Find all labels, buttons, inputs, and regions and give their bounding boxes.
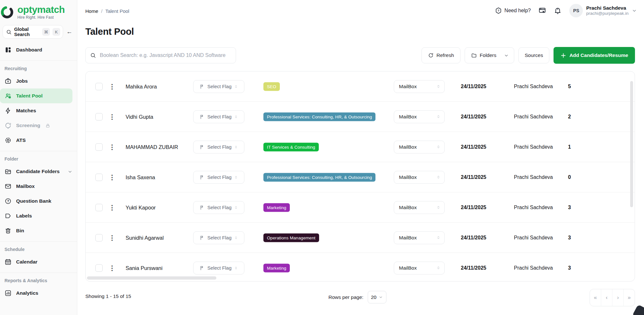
sidebar-item-jobs[interactable]: Jobs (0, 74, 77, 88)
row-checkbox[interactable] (95, 264, 103, 272)
mailbox-select[interactable]: MailBox (394, 262, 445, 274)
sources-label: Sources (525, 52, 543, 58)
folder-icon (5, 168, 12, 175)
boolean-search-input[interactable] (99, 52, 231, 59)
user-name: Prachi Sachdeva (586, 5, 629, 11)
sidebar-collapse-icon[interactable]: ← (66, 28, 74, 35)
analytics-icon (5, 290, 12, 297)
chevron-down-icon (504, 53, 509, 58)
sidebar-item-label: Calendar (16, 259, 37, 265)
added-date: 24/11/2025 (461, 84, 486, 89)
last-page-button[interactable]: » (623, 289, 635, 306)
sidebar-item-ats[interactable]: ATS (0, 133, 77, 148)
breadcrumb-home[interactable]: Home (85, 8, 98, 14)
select-flag-dropdown[interactable]: Select Flag (193, 110, 244, 123)
sidebar-item-label: Dashboard (16, 47, 42, 53)
candidate-name[interactable]: Vidhi Gupta (126, 114, 153, 120)
table-row: ⋮ Sunidhi Agarwal Select Flag Operations… (86, 223, 635, 253)
add-candidates-resume-button[interactable]: Add Candidates/Resume (554, 47, 635, 64)
sidebar-item-matches[interactable]: Matches (0, 103, 77, 118)
owner-name: Prachi Sachdeva (514, 265, 553, 271)
candidate-name[interactable]: Isha Saxena (126, 174, 155, 180)
sidebar-item-question-bank[interactable]: ? Question Bank (0, 194, 77, 208)
row-kebab-menu-icon[interactable]: ⋮ (109, 83, 115, 90)
product-tour-window-icon[interactable] (538, 7, 546, 14)
rows-per-page-select[interactable]: 20 (368, 291, 386, 303)
first-page-button[interactable]: « (590, 289, 601, 306)
folders-dropdown-button[interactable]: Folders (465, 47, 514, 63)
mailbox-select[interactable]: MailBox (394, 80, 445, 93)
sidebar-item-dashboard[interactable]: Dashboard (0, 42, 77, 57)
sidebar-item-analytics[interactable]: Analytics (0, 286, 77, 301)
sidebar-item-label: Jobs (16, 78, 28, 84)
mailbox-select[interactable]: MailBox (394, 171, 445, 184)
refresh-button[interactable]: Refresh (421, 47, 460, 63)
row-kebab-menu-icon[interactable]: ⋮ (109, 144, 115, 150)
need-help-button[interactable]: ? Need help? (495, 7, 531, 14)
sidebar-item-talent-pool[interactable]: Talent Pool (0, 88, 72, 103)
owner-name: Prachi Sachdeva (514, 84, 553, 89)
next-page-button[interactable]: › (612, 289, 623, 306)
added-date: 24/11/2025 (461, 114, 486, 120)
previous-page-button[interactable]: ‹ (601, 289, 612, 306)
brand-name: optymatch (17, 5, 65, 14)
row-checkbox[interactable] (95, 204, 103, 211)
row-checkbox[interactable] (95, 143, 103, 151)
select-flag-dropdown[interactable]: Select Flag (193, 262, 244, 274)
mailbox-select[interactable]: MailBox (394, 110, 445, 123)
category-tag: Professional Services: Consulting, HR, &… (263, 173, 375, 181)
mailbox-select[interactable]: MailBox (394, 141, 445, 153)
candidate-name[interactable]: Sania Purswani (126, 265, 163, 271)
row-kebab-menu-icon[interactable]: ⋮ (109, 114, 115, 120)
row-kebab-menu-icon[interactable]: ⋮ (109, 204, 115, 211)
user-menu[interactable]: PS Prachi Sachdeva prachi@purplepeak.in (569, 4, 637, 17)
row-checkbox[interactable] (95, 113, 103, 120)
chevron-down-icon (379, 295, 383, 299)
category-tag: SEO (263, 82, 280, 91)
sidebar-item-label: Question Bank (16, 198, 51, 204)
row-checkbox[interactable] (95, 234, 103, 241)
select-caret-icon (234, 115, 238, 119)
row-checkbox[interactable] (95, 83, 103, 90)
mailbox-select[interactable]: MailBox (394, 231, 445, 244)
sidebar-item-label: Candidate Folders (16, 169, 60, 174)
mailbox-label: MailBox (399, 174, 417, 180)
mailbox-select[interactable]: MailBox (394, 201, 445, 214)
select-flag-dropdown[interactable]: Select Flag (193, 231, 244, 244)
select-flag-label: Select Flag (207, 84, 232, 89)
select-flag-dropdown[interactable]: Select Flag (193, 171, 244, 184)
sidebar-item-bin[interactable]: Bin (0, 223, 77, 238)
sidebar-item-labels[interactable]: Labels (0, 208, 77, 223)
flag-icon (200, 114, 205, 119)
count-value: 2 (568, 114, 571, 120)
row-kebab-menu-icon[interactable]: ⋮ (109, 235, 115, 241)
owner-name: Prachi Sachdeva (514, 144, 553, 150)
count-value: 3 (568, 205, 571, 210)
notifications-bell-icon[interactable] (554, 7, 562, 14)
select-flag-dropdown[interactable]: Select Flag (193, 201, 244, 214)
need-help-label: Need help? (505, 8, 531, 14)
select-flag-dropdown[interactable]: Select Flag (193, 80, 244, 93)
candidate-name[interactable]: Mahika Arora (126, 83, 157, 89)
sidebar-item-screening[interactable]: Screening (0, 118, 77, 133)
global-search-input[interactable]: Global Search ⌘ K (3, 25, 63, 39)
candidate-name[interactable]: Yukti Kapoor (126, 204, 156, 210)
added-date: 24/11/2025 (461, 144, 486, 150)
row-kebab-menu-icon[interactable]: ⋮ (109, 174, 115, 181)
vertical-scrollbar-thumb[interactable] (630, 81, 633, 207)
count-value: 5 (568, 84, 571, 89)
flag-icon (200, 144, 205, 150)
row-kebab-menu-icon[interactable]: ⋮ (109, 265, 115, 271)
added-date: 24/11/2025 (461, 205, 486, 210)
candidate-name[interactable]: Sunidhi Agarwal (126, 235, 164, 241)
sidebar-item-calendar[interactable]: Calendar (0, 255, 77, 269)
refresh-label: Refresh (437, 52, 454, 58)
sidebar-item-mailbox[interactable]: Mailbox (0, 179, 77, 194)
sources-button[interactable]: Sources (518, 47, 550, 63)
row-checkbox[interactable] (95, 173, 103, 181)
candidate-name[interactable]: MAHAMMAD ZUBAIR (126, 144, 178, 150)
sidebar-item-candidate-folders[interactable]: Candidate Folders (0, 164, 77, 179)
horizontal-scrollbar-thumb[interactable] (87, 276, 216, 280)
label-tag-icon (5, 212, 12, 219)
select-flag-dropdown[interactable]: Select Flag (193, 141, 244, 153)
